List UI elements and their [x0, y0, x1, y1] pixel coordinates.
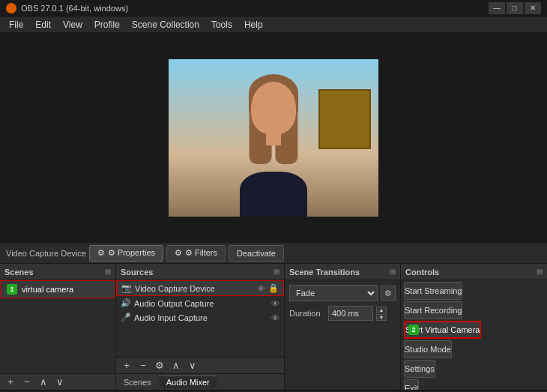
start-recording-button[interactable]: Start Recording — [404, 301, 462, 319]
scenes-toolbar: + − ∧ ∨ — [0, 373, 115, 390]
transitions-panel: Scene Transitions ⊞ Fade ⚙ Duration ▲ ▼ — [285, 264, 401, 390]
scenes-panel-header: Scenes ⊞ — [0, 264, 115, 280]
duration-up-button[interactable]: ▲ — [376, 307, 387, 313]
source-name-label: Video Capture Device — [6, 249, 86, 258]
remove-scene-button[interactable]: − — [19, 376, 34, 389]
audio-input-icon: 🎤 — [121, 313, 131, 322]
start-streaming-button[interactable]: Start Streaming — [404, 282, 462, 300]
preview-area — [0, 33, 547, 243]
menu-edit[interactable]: Edit — [29, 18, 57, 31]
start-virtual-camera-button[interactable]: 2 Start Virtual Camera — [404, 321, 481, 339]
app-title: OBS 27.0.1 (64-bit, windows) — [21, 4, 128, 13]
menu-view[interactable]: View — [57, 18, 88, 31]
scene-item-label: virtual camera — [22, 285, 73, 294]
transitions-panel-header: Scene Transitions ⊞ — [285, 264, 400, 280]
tab-audio-mixer[interactable]: Audio Mixer — [159, 376, 217, 388]
source-item-video-label: Video Capture Device — [135, 284, 215, 293]
transition-type-select[interactable]: Fade — [289, 285, 378, 301]
settings-button[interactable]: Settings — [404, 360, 435, 378]
source-item-audio-output-label: Audio Output Capture — [134, 299, 214, 308]
sources-bottom-tabs: Scenes Audio Mixer — [116, 373, 284, 390]
add-source-button[interactable]: + — [119, 359, 134, 373]
maximize-button[interactable]: □ — [507, 2, 523, 14]
sources-list: 📷 Video Capture Device 👁 🔒 🔊 Audio Outpu… — [116, 280, 284, 357]
controls-panel-title: Controls — [405, 268, 439, 277]
main-panels: Scenes ⊞ 1 virtual camera + − ∧ ∨ Source… — [0, 264, 547, 390]
source-bar: Video Capture Device ⚙ ⚙ Properties ⚙ ⚙ … — [0, 243, 547, 264]
minimize-button[interactable]: — — [489, 2, 505, 14]
scenes-panel-title: Scenes — [4, 268, 34, 277]
add-scene-button[interactable]: + — [3, 376, 18, 389]
menu-bar: File Edit View Profile Scene Collection … — [0, 16, 547, 33]
close-button[interactable]: ✕ — [525, 2, 541, 14]
sources-panel-title: Sources — [121, 268, 153, 277]
duration-spinner: ▲ ▼ — [376, 307, 387, 321]
title-left: OBS 27.0.1 (64-bit, windows) — [6, 3, 128, 13]
menu-profile[interactable]: Profile — [88, 18, 126, 31]
menu-file[interactable]: File — [3, 18, 29, 31]
preview-canvas — [169, 59, 378, 217]
source-item-audio-input-label: Audio Input Capture — [134, 313, 208, 322]
deactivate-button[interactable]: Deactivate — [229, 245, 284, 262]
duration-down-button[interactable]: ▼ — [376, 314, 387, 321]
transitions-content: Fade ⚙ Duration ▲ ▼ — [285, 280, 400, 325]
controls-panel-icon[interactable]: ⊞ — [537, 268, 543, 276]
move-source-up-button[interactable]: ∧ — [169, 359, 184, 373]
transition-row: Fade ⚙ — [289, 285, 396, 301]
menu-help[interactable]: Help — [238, 18, 269, 31]
tab-sources[interactable]: Scenes — [116, 376, 159, 388]
controls-buttons: Start Streaming Start Recording 2 Start … — [401, 280, 547, 390]
sources-toolbar: + − ⚙ ∧ ∨ — [116, 357, 284, 373]
transitions-panel-title: Scene Transitions — [289, 268, 360, 277]
transition-gear-button[interactable]: ⚙ — [381, 286, 396, 301]
sources-panel: Sources ⊞ 📷 Video Capture Device 👁 🔒 🔊 A… — [116, 264, 285, 390]
duration-input[interactable] — [328, 306, 373, 321]
scenes-panel-icon[interactable]: ⊞ — [105, 268, 111, 276]
studio-mode-button[interactable]: Studio Mode — [404, 340, 452, 358]
remove-source-button[interactable]: − — [136, 359, 151, 373]
exit-button[interactable]: Exit — [404, 379, 419, 390]
move-scene-up-button[interactable]: ∧ — [36, 376, 51, 389]
source-settings-button[interactable]: ⚙ — [152, 359, 167, 373]
duration-label: Duration — [289, 309, 325, 318]
controls-panel-header: Controls ⊞ — [401, 264, 547, 280]
menu-tools[interactable]: Tools — [205, 18, 238, 31]
scene-badge: 1 — [7, 284, 17, 295]
filters-button[interactable]: ⚙ ⚙ Filters — [166, 245, 226, 262]
title-bar: OBS 27.0.1 (64-bit, windows) — □ ✕ — [0, 0, 547, 16]
scenes-list: 1 virtual camera — [0, 280, 115, 373]
source-audio-output-eye[interactable]: 👁 — [271, 299, 279, 308]
menu-scene-collection[interactable]: Scene Collection — [126, 18, 205, 31]
scene-item-virtual-camera[interactable]: 1 virtual camera — [0, 280, 115, 298]
source-item-video-capture[interactable]: 📷 Video Capture Device 👁 🔒 — [116, 280, 284, 296]
source-audio-input-eye[interactable]: 👁 — [271, 313, 279, 322]
move-source-down-button[interactable]: ∨ — [185, 359, 200, 373]
virtual-camera-badge: 2 — [408, 325, 419, 335]
source-lock-icon[interactable]: 🔒 — [268, 283, 279, 293]
source-item-audio-output[interactable]: 🔊 Audio Output Capture 👁 — [116, 296, 284, 310]
audio-output-icon: 🔊 — [121, 298, 131, 308]
window-controls: — □ ✕ — [489, 2, 541, 14]
app-icon — [6, 3, 16, 13]
source-visibility-eye[interactable]: 👁 — [257, 284, 265, 293]
properties-button[interactable]: ⚙ ⚙ Properties — [89, 245, 163, 262]
sources-panel-icon[interactable]: ⊞ — [274, 268, 279, 276]
controls-panel: Controls ⊞ Start Streaming Start Recordi… — [401, 264, 547, 390]
transitions-panel-icon[interactable]: ⊞ — [390, 268, 396, 276]
sources-panel-header: Sources ⊞ — [116, 264, 284, 280]
source-item-audio-input[interactable]: 🎤 Audio Input Capture 👁 — [116, 310, 284, 325]
duration-row: Duration ▲ ▼ — [289, 306, 396, 321]
video-capture-icon: 📷 — [121, 283, 132, 293]
scenes-panel: Scenes ⊞ 1 virtual camera + − ∧ ∨ — [0, 264, 116, 390]
move-scene-down-button[interactable]: ∨ — [52, 376, 67, 389]
